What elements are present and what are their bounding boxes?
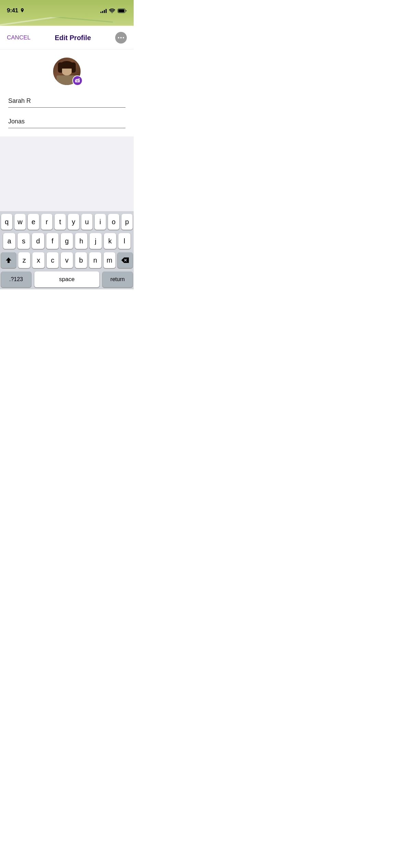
camera-plus-icon	[75, 78, 80, 83]
svg-point-2	[77, 80, 78, 81]
modal-header: CANCEL Edit Profile	[0, 26, 134, 49]
keyboard-row-2: a s d f g h j k l	[1, 233, 133, 249]
key-a[interactable]: a	[3, 233, 15, 249]
last-name-field-group	[8, 116, 125, 128]
key-g[interactable]: g	[61, 233, 73, 249]
key-v[interactable]: v	[61, 252, 73, 268]
key-x[interactable]: x	[32, 252, 44, 268]
key-z[interactable]: z	[18, 252, 30, 268]
modal-sheet: CANCEL Edit Profile	[0, 26, 134, 289]
key-s[interactable]: s	[17, 233, 30, 249]
content-area	[0, 136, 134, 212]
numbers-key[interactable]: .?123	[1, 272, 31, 287]
return-key[interactable]: return	[102, 272, 133, 287]
camera-add-button[interactable]	[72, 75, 83, 86]
key-j[interactable]: j	[89, 233, 102, 249]
key-k[interactable]: k	[104, 233, 116, 249]
key-o[interactable]: o	[108, 214, 119, 230]
cancel-button[interactable]: CANCEL	[7, 34, 31, 42]
keyboard: q w e r t y u i o p a s d f g h j k l	[0, 211, 134, 289]
modal-title: Edit Profile	[55, 34, 91, 42]
svg-rect-4	[78, 79, 80, 79]
status-bar: 9:41	[0, 0, 134, 17]
key-c[interactable]: c	[47, 252, 59, 268]
more-options-button[interactable]	[115, 32, 127, 44]
keyboard-row-3: z x c v b n m	[1, 252, 133, 268]
key-i[interactable]: i	[95, 214, 106, 230]
key-h[interactable]: h	[75, 233, 87, 249]
signal-icon	[100, 9, 107, 13]
key-b[interactable]: b	[75, 252, 87, 268]
shift-key[interactable]	[1, 252, 16, 268]
space-key[interactable]: space	[34, 272, 99, 287]
avatar-section	[0, 49, 134, 92]
last-name-input[interactable]	[8, 116, 125, 128]
avatar-wrapper	[53, 58, 81, 85]
key-w[interactable]: w	[14, 214, 26, 230]
location-icon	[20, 8, 24, 13]
key-m[interactable]: m	[104, 252, 116, 268]
battery-icon	[118, 9, 127, 13]
key-l[interactable]: l	[118, 233, 131, 249]
wifi-icon	[109, 9, 115, 13]
key-e[interactable]: e	[28, 214, 39, 230]
map-strip	[0, 17, 134, 26]
delete-key[interactable]	[118, 252, 133, 268]
first-name-field-group	[8, 95, 125, 108]
key-q[interactable]: q	[1, 214, 12, 230]
keyboard-bottom-row: .?123 space return	[1, 272, 133, 289]
status-icons	[100, 9, 127, 13]
key-r[interactable]: r	[41, 214, 52, 230]
key-y[interactable]: y	[68, 214, 79, 230]
svg-rect-1	[118, 9, 124, 12]
shift-icon	[5, 257, 12, 264]
key-d[interactable]: d	[32, 233, 44, 249]
backspace-icon	[121, 257, 129, 263]
key-n[interactable]: n	[89, 252, 101, 268]
form-section	[0, 92, 134, 128]
key-f[interactable]: f	[46, 233, 59, 249]
status-time: 9:41	[7, 7, 18, 14]
first-name-input[interactable]	[8, 95, 125, 108]
keyboard-row-1: q w e r t y u i o p	[1, 214, 133, 230]
key-u[interactable]: u	[81, 214, 93, 230]
key-p[interactable]: p	[121, 214, 133, 230]
key-t[interactable]: t	[54, 214, 66, 230]
